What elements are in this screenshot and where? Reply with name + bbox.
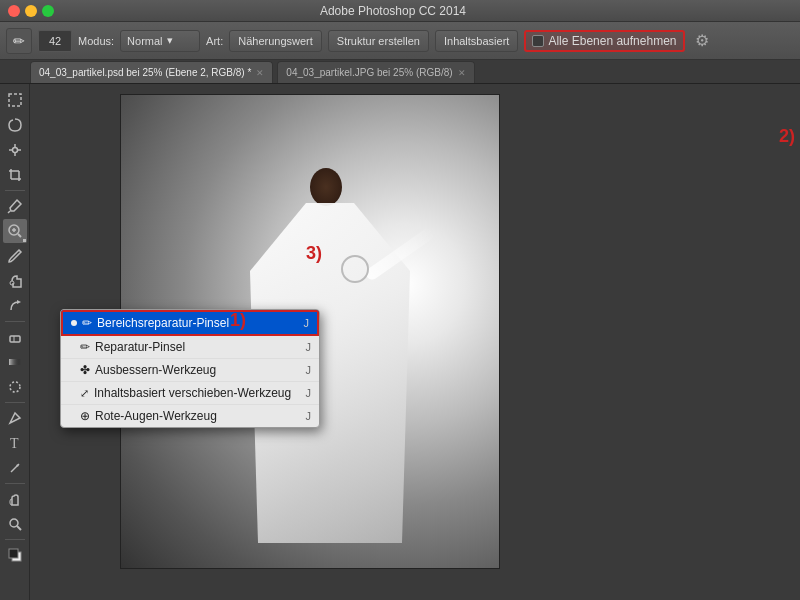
toolbar: ✏ 42 Modus: Normal ▾ Art: Näherungswert … <box>0 22 800 60</box>
modus-label: Modus: <box>78 35 114 47</box>
tool-path-selection[interactable] <box>3 456 27 480</box>
flyout-item-label-5: Rote-Augen-Werkzeug <box>95 409 217 423</box>
tool-crop[interactable] <box>3 163 27 187</box>
tab-psd-label: 04_03_partikel.psd bei 25% (Ebene 2, RGB… <box>39 67 251 78</box>
flyout-item-label-2: Reparatur-Pinsel <box>95 340 185 354</box>
tool-blur[interactable] <box>3 375 27 399</box>
label-1: 1) <box>230 310 246 331</box>
tab-psd-close[interactable]: ✕ <box>256 68 264 78</box>
tool-rectangle-marquee[interactable] <box>3 88 27 112</box>
tool-separator-4 <box>5 483 25 484</box>
svg-rect-26 <box>9 549 18 558</box>
brush-size-input[interactable]: 42 <box>38 30 72 52</box>
svg-rect-19 <box>9 359 21 365</box>
flyout-item-icon-5: ⊕ <box>80 409 90 423</box>
tool-clone-stamp[interactable] <box>3 269 27 293</box>
tool-separator-3 <box>5 402 25 403</box>
svg-rect-17 <box>10 336 20 342</box>
flyout-item-label-4: Inhaltsbasiert verschieben-Werkzeug <box>94 386 291 400</box>
flyout-item-icon-3: ✤ <box>80 363 90 377</box>
alle-ebenen-checkbox-group[interactable]: Alle Ebenen aufnehmen <box>524 30 684 52</box>
tool-history-brush[interactable] <box>3 294 27 318</box>
tab-jpg-close[interactable]: ✕ <box>458 68 466 78</box>
tool-hand[interactable] <box>3 487 27 511</box>
flyout-item-label-1: Bereichsreparatur-Pinsel <box>97 316 229 330</box>
flyout-item-shortcut-4: J <box>306 387 312 399</box>
svg-line-10 <box>8 211 10 213</box>
svg-line-12 <box>18 234 21 237</box>
inhaltsbasiert-button[interactable]: Inhaltsbasiert <box>435 30 518 52</box>
alle-ebenen-checkbox[interactable] <box>532 35 544 47</box>
main-area: T <box>0 84 800 600</box>
flyout-item-shortcut-3: J <box>306 364 312 376</box>
svg-rect-0 <box>9 94 21 106</box>
tool-gradient[interactable] <box>3 350 27 374</box>
tool-eyedropper[interactable] <box>3 194 27 218</box>
flyout-item-icon-4: ⤢ <box>80 387 89 400</box>
flyout-item-reparatur[interactable]: ✏ Reparatur-Pinsel J <box>61 336 319 359</box>
modus-dropdown[interactable]: Normal ▾ <box>120 30 200 52</box>
flyout-item-inhaltsbasiert[interactable]: ⤢ Inhaltsbasiert verschieben-Werkzeug J <box>61 382 319 405</box>
svg-point-23 <box>10 519 18 527</box>
circle-annotation-3 <box>341 255 369 283</box>
foreground-background-color[interactable] <box>3 543 27 567</box>
naeherungswert-button[interactable]: Näherungswert <box>229 30 322 52</box>
tool-separator-1 <box>5 190 25 191</box>
svg-marker-16 <box>17 300 21 304</box>
tool-lasso[interactable] <box>3 113 27 137</box>
svg-point-5 <box>12 148 17 153</box>
flyout-menu: ✏ Bereichsreparatur-Pinsel J ✏ Reparatur… <box>60 309 320 428</box>
tool-healing-brush[interactable] <box>3 219 27 243</box>
art-label: Art: <box>206 35 223 47</box>
toolbox: T <box>0 84 30 600</box>
app-title: Adobe Photoshop CC 2014 <box>320 4 466 18</box>
flyout-item-rote-augen[interactable]: ⊕ Rote-Augen-Werkzeug J <box>61 405 319 427</box>
alle-ebenen-label: Alle Ebenen aufnehmen <box>548 34 676 48</box>
tool-corner-arrow <box>23 239 26 242</box>
svg-point-20 <box>10 382 20 392</box>
chevron-down-icon: ▾ <box>167 34 173 47</box>
gear-icon[interactable]: ⚙ <box>691 30 713 52</box>
flyout-item-ausbessern[interactable]: ✤ Ausbessern-Werkzeug J <box>61 359 319 382</box>
titlebar: Adobe Photoshop CC 2014 <box>0 0 800 22</box>
label-3: 3) <box>306 243 322 264</box>
flyout-item-icon-2: ✏ <box>80 340 90 354</box>
minimize-button[interactable] <box>25 5 37 17</box>
tool-separator-2 <box>5 321 25 322</box>
figure-head <box>310 168 342 206</box>
struktur-erstellen-button[interactable]: Struktur erstellen <box>328 30 429 52</box>
tool-text[interactable]: T <box>3 431 27 455</box>
close-button[interactable] <box>8 5 20 17</box>
flyout-item-icon-1: ✏ <box>82 316 92 330</box>
flyout-item-label-3: Ausbessern-Werkzeug <box>95 363 216 377</box>
tool-separator-5 <box>5 539 25 540</box>
tool-zoom[interactable] <box>3 512 27 536</box>
flyout-item-bereichsreparatur[interactable]: ✏ Bereichsreparatur-Pinsel J <box>61 310 319 336</box>
svg-text:T: T <box>10 436 19 451</box>
traffic-lights <box>8 5 54 17</box>
label-2: 2) <box>779 126 795 147</box>
flyout-item-shortcut-5: J <box>306 410 312 422</box>
svg-line-24 <box>17 526 21 530</box>
tool-pen[interactable] <box>3 406 27 430</box>
maximize-button[interactable] <box>42 5 54 17</box>
tool-magic-wand[interactable] <box>3 138 27 162</box>
flyout-item-shortcut-2: J <box>306 341 312 353</box>
tab-psd[interactable]: 04_03_partikel.psd bei 25% (Ebene 2, RGB… <box>30 61 273 83</box>
tool-eraser[interactable] <box>3 325 27 349</box>
tool-options-icon[interactable]: ✏ <box>6 28 32 54</box>
tab-jpg[interactable]: 04_03_partikel.JPG bei 25% (RGB/8) ✕ <box>277 61 474 83</box>
canvas-area: 3) 4) ✏ Bereichsreparatur-Pinsel J ✏ R <box>30 84 800 600</box>
flyout-item-shortcut-1: J <box>304 317 310 329</box>
tabbar: 04_03_partikel.psd bei 25% (Ebene 2, RGB… <box>0 60 800 84</box>
tool-brush[interactable] <box>3 244 27 268</box>
flyout-item-dot <box>71 320 77 326</box>
tab-jpg-label: 04_03_partikel.JPG bei 25% (RGB/8) <box>286 67 452 78</box>
